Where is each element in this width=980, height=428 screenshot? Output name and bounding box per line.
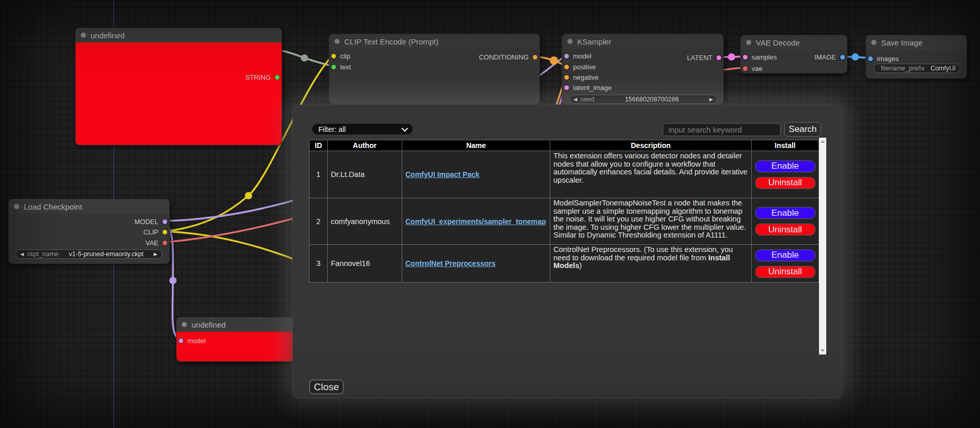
header-name: Name	[402, 140, 550, 151]
increment-arrow-icon[interactable]: ▶	[154, 252, 157, 257]
input-port-vae[interactable]	[743, 66, 748, 71]
decrement-arrow-icon[interactable]: ◀	[574, 97, 577, 102]
extension-table: ID Author Name Description Install 1 Dr.…	[309, 140, 819, 283]
scroll-up-arrow-icon[interactable]	[821, 140, 825, 143]
node-load-checkpoint[interactable]: Load Checkpoint MODEL CLIP VAE ◀ ckpt_na…	[8, 199, 170, 264]
extension-link[interactable]: ControlNet Preprocessors	[405, 259, 495, 268]
node-status-dot-icon	[81, 33, 86, 38]
link-midpoint-dot[interactable]	[550, 56, 558, 65]
input-port-negative[interactable]	[564, 75, 569, 80]
output-label: IMAGE	[814, 53, 836, 61]
uninstall-button[interactable]: Uninstall	[755, 224, 815, 235]
output-port-model[interactable]	[163, 219, 167, 224]
enable-button[interactable]: Enable	[755, 207, 815, 219]
input-label: model	[187, 337, 206, 345]
close-button[interactable]: Close	[309, 379, 344, 394]
decrement-arrow-icon[interactable]: ◀	[20, 252, 24, 257]
input-port-samples[interactable]	[743, 55, 748, 60]
node-title: KSampler	[577, 37, 611, 46]
node-undefined-string[interactable]: undefined STRING	[75, 27, 282, 145]
input-port-clip[interactable]	[331, 54, 336, 58]
widget-value: v1-5-pruned-emaonly.ckpt	[62, 250, 151, 258]
node-body[interactable]	[76, 42, 282, 145]
node-status-dot-icon	[871, 40, 876, 45]
output-port-image[interactable]	[840, 55, 845, 60]
input-label: latent_image	[573, 84, 611, 92]
input-label: model	[573, 52, 591, 60]
custom-nodes-manager-dialog: Filter: all Search ID Author Name Descri…	[292, 105, 842, 399]
input-label: samples	[752, 53, 777, 61]
input-label: clip	[340, 52, 350, 60]
seed-widget[interactable]: ◀ seed 156680208700286 ▶	[569, 95, 718, 104]
node-status-dot-icon	[567, 39, 573, 44]
cell-id: 2	[310, 198, 328, 245]
filename-prefix-widget[interactable]: filename_prefix ComfyUI	[873, 64, 960, 73]
uninstall-button[interactable]: Uninstall	[755, 266, 815, 278]
node-save-image[interactable]: Save Image images filename_prefix ComfyU…	[866, 35, 967, 79]
node-title: undefined	[91, 31, 125, 40]
widget-label: seed	[580, 96, 594, 103]
output-label: CLIP	[143, 228, 158, 236]
input-port-images[interactable]	[868, 56, 873, 61]
header-id: ID	[310, 140, 328, 151]
output-port-vae[interactable]	[163, 241, 167, 245]
cell-author: Fannovel16	[328, 245, 402, 283]
output-label: VAE	[145, 239, 158, 247]
link-midpoint-dot[interactable]	[852, 53, 859, 61]
cell-author: comfyanonymous	[328, 198, 402, 245]
table-row: 2 comfyanonymous ComfyUI_experiments/sam…	[310, 198, 819, 245]
node-clip-text-encode[interactable]: CLIP Text Encode (Prompt) clip text COND…	[329, 34, 540, 105]
chevron-down-icon	[402, 125, 408, 132]
table-row: 3 Fannovel16 ControlNet Preprocessors Co…	[310, 245, 819, 283]
filter-select[interactable]: Filter: all	[312, 123, 413, 135]
node-title-bar[interactable]: VAE Decode	[741, 35, 847, 50]
scroll-down-arrow-icon[interactable]	[821, 349, 825, 352]
cell-author: Dr.Lt.Data	[328, 151, 402, 198]
output-port-latent[interactable]	[716, 55, 721, 60]
link-midpoint-dot[interactable]	[301, 54, 308, 62]
output-port-string[interactable]	[275, 75, 280, 80]
extension-link[interactable]: ComfyUI_experiments/sampler_tonemap	[405, 217, 546, 226]
input-port-text[interactable]	[331, 65, 336, 69]
increment-arrow-icon[interactable]: ▶	[709, 97, 713, 102]
search-input[interactable]	[663, 123, 781, 136]
search-button[interactable]: Search	[784, 122, 821, 137]
cell-description: This extension offers various detector n…	[550, 151, 752, 198]
input-port-model[interactable]	[564, 54, 569, 58]
extension-link[interactable]: ComfyUI Impact Pack	[405, 170, 479, 179]
header-description: Description	[550, 140, 752, 151]
cell-description: ControlNet Preprocessors. (To use this e…	[550, 245, 752, 283]
input-port-model[interactable]	[179, 338, 183, 343]
output-label: CONDITIONING	[479, 53, 529, 61]
input-label: text	[340, 63, 351, 71]
cell-description: ModelSamplerTonemapNoiseTest a node that…	[550, 198, 752, 245]
comfyui-canvas[interactable]: undefined STRING CLIP Text Encode (Promp…	[0, 0, 980, 428]
output-port-clip[interactable]	[163, 230, 167, 234]
node-title-bar[interactable]: CLIP Text Encode (Prompt)	[329, 34, 539, 49]
link-midpoint-dot[interactable]	[728, 53, 735, 61]
input-port-positive[interactable]	[564, 65, 569, 69]
node-ksampler[interactable]: KSampler model positive negative latent_…	[562, 34, 724, 105]
node-title: Load Checkpoint	[24, 202, 82, 211]
node-title-bar[interactable]: Save Image	[866, 35, 967, 50]
link-midpoint-dot[interactable]	[245, 192, 252, 199]
table-row: 1 Dr.Lt.Data ComfyUI Impact Pack This ex…	[310, 151, 819, 198]
uninstall-button[interactable]: Uninstall	[755, 177, 815, 189]
node-status-dot-icon	[334, 39, 340, 44]
input-port-latent-image[interactable]	[564, 85, 569, 90]
widget-value: ComfyUI	[930, 65, 956, 72]
output-port-conditioning[interactable]	[533, 55, 537, 60]
enable-button[interactable]: Enable	[755, 160, 815, 172]
node-title-bar[interactable]: undefined	[76, 28, 282, 42]
node-title-bar[interactable]: KSampler	[562, 34, 723, 49]
link-midpoint-dot[interactable]	[169, 277, 177, 284]
node-title-bar[interactable]: Load Checkpoint	[9, 199, 169, 214]
widget-label: filename_prefix	[878, 65, 927, 72]
vertical-scrollbar[interactable]	[819, 138, 826, 355]
output-label: STRING	[245, 73, 271, 81]
ckpt-name-widget[interactable]: ◀ ckpt_name v1-5-pruned-emaonly.ckpt ▶	[16, 249, 162, 259]
widget-value: 156680208700286	[597, 96, 706, 103]
extension-list-scroll-area[interactable]: ID Author Name Description Install 1 Dr.…	[309, 138, 826, 355]
enable-button[interactable]: Enable	[755, 249, 815, 261]
node-vae-decode[interactable]: VAE Decode samples vae IMAGE	[740, 35, 847, 73]
